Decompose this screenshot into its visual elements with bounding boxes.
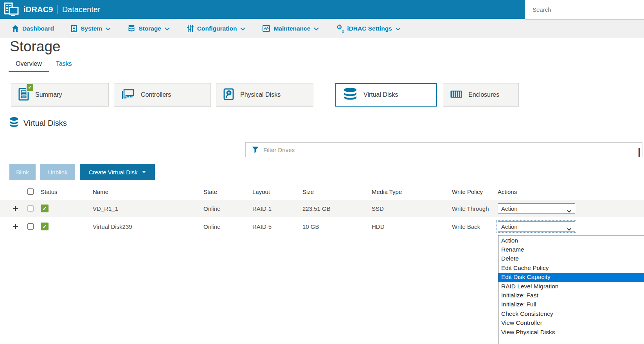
menu-option-action[interactable]: Action [498, 236, 644, 245]
menu-option-initialize-full[interactable]: Initialize: Full [498, 300, 644, 309]
product-edition: Datacenter [62, 5, 101, 14]
search-input[interactable] [525, 0, 644, 19]
chevron-down-icon [396, 27, 401, 31]
virtual-disks-section-icon [9, 117, 19, 129]
vd-layout: RAID-5 [252, 223, 302, 230]
maintenance-icon [263, 25, 270, 32]
vd-size: 10 GB [302, 223, 372, 230]
storage-category-cards: Summary Controllers [11, 83, 519, 107]
card-enclosures[interactable]: Enclosures [443, 83, 519, 107]
section-divider [0, 137, 644, 137]
virtual-disk-icon [343, 88, 357, 102]
col-write-policy: Write Policy [452, 188, 498, 195]
filter-funnel-icon [252, 147, 259, 153]
tab-overview[interactable]: Overview [9, 58, 49, 72]
filter-drives-box [245, 142, 642, 157]
action-select[interactable]: Action [498, 203, 575, 214]
menu-option-edit-disk-capacity[interactable]: Edit Disk Capacity [498, 273, 644, 282]
controller-card-icon [121, 89, 135, 101]
product-name: iDRAC9 [23, 5, 53, 14]
expand-row-button[interactable]: + [13, 202, 18, 214]
col-status: Status [41, 188, 93, 195]
menu-option-rename[interactable]: Rename [498, 245, 644, 254]
tab-tasks[interactable]: Tasks [49, 58, 79, 72]
sliders-icon [187, 25, 194, 32]
menu-option-initialize-fast[interactable]: Initialize: Fast [498, 291, 644, 300]
row-checkbox [27, 205, 34, 212]
col-state: State [203, 188, 252, 195]
brand-divider [58, 5, 58, 14]
unblink-button: Unblink [40, 164, 75, 180]
chevron-down-icon [567, 207, 571, 214]
blink-button: Blink [9, 164, 36, 180]
col-actions: Actions [498, 188, 644, 195]
main-nav: Dashboard System Storage [0, 19, 644, 38]
col-layout: Layout [252, 188, 302, 195]
vd-name: Virtual Disk239 [93, 223, 203, 230]
nav-item-idrac-settings[interactable]: ⚙⚙ iDRAC Settings [336, 25, 401, 32]
menu-option-view-physical-disks[interactable]: View Physical Disks [498, 328, 644, 337]
chevron-down-icon [240, 27, 245, 31]
chevron-down-icon [567, 225, 571, 232]
enclosure-icon [450, 91, 462, 100]
nav-item-storage[interactable]: Storage [128, 25, 170, 32]
chevron-down-icon [165, 27, 170, 31]
vd-media-type: SSD [372, 205, 452, 212]
vd-media-type: HDD [372, 223, 452, 230]
menu-option-check-consistency[interactable]: Check Consistency [498, 309, 644, 318]
card-controllers[interactable]: Controllers [114, 83, 211, 107]
tab-bar: Overview Tasks [9, 58, 79, 72]
system-icon [71, 25, 77, 32]
table-header: Status Name State Layout Size Media Type… [0, 183, 644, 200]
page-title: Storage [10, 38, 61, 55]
vd-name: VD_R1_1 [93, 205, 203, 212]
section-header: Virtual Disks [9, 117, 67, 129]
chevron-down-icon [106, 27, 111, 31]
col-size: Size [302, 188, 372, 195]
table-row: + Virtual Disk239 Online RAID-5 10 GB HD… [0, 217, 644, 236]
brand: iDRAC9 Datacenter [4, 0, 101, 19]
vd-write-policy: Write Through [452, 205, 498, 212]
chevron-down-icon [314, 27, 319, 31]
select-all-checkbox[interactable] [27, 188, 34, 195]
status-ok-badge [41, 205, 49, 212]
section-title: Virtual Disks [23, 119, 67, 128]
menu-option-edit-cache-policy[interactable]: Edit Cache Policy [498, 263, 644, 272]
create-virtual-disk-button[interactable]: Create Virtual Disk [80, 164, 155, 180]
vd-size: 223.51 GB [302, 205, 372, 212]
vd-state: Online [203, 205, 252, 212]
text-cursor-artifact [639, 148, 640, 157]
home-icon [12, 25, 19, 32]
menu-option-raid-level-migration[interactable]: RAID Level Migration [498, 282, 644, 291]
action-dropdown-menu: Action Rename Delete Edit Cache Policy E… [498, 235, 644, 344]
gears-icon: ⚙⚙ [336, 25, 344, 32]
nav-item-system[interactable]: System [71, 25, 111, 32]
vd-write-policy: Write Back [452, 223, 498, 230]
storage-icon [128, 25, 135, 32]
summary-ok-badge [27, 84, 33, 91]
menu-option-view-controller[interactable]: View Controller [498, 319, 644, 328]
vd-layout: RAID-1 [252, 205, 302, 212]
table-toolbar: Blink Unblink Create Virtual Disk [9, 164, 155, 180]
nav-item-configuration[interactable]: Configuration [187, 25, 246, 32]
idrac-logo-icon [4, 2, 19, 17]
idrac-app: iDRAC9 Datacenter Dashboard System [0, 0, 644, 344]
card-virtual-disks[interactable]: Virtual Disks [335, 83, 437, 107]
card-summary[interactable]: Summary [11, 83, 109, 107]
search-box [525, 0, 644, 20]
expand-row-button[interactable]: + [13, 220, 18, 232]
table-row: + VD_R1_1 Online RAID-1 223.51 GB SSD Wr… [0, 200, 644, 217]
filter-drives-input[interactable] [263, 143, 642, 157]
physical-disk-icon [223, 88, 234, 102]
status-ok-badge [41, 223, 49, 230]
vd-state: Online [203, 223, 252, 230]
nav-item-dashboard[interactable]: Dashboard [12, 25, 54, 32]
row-checkbox[interactable] [27, 223, 34, 230]
col-media-type: Media Type [372, 188, 452, 195]
menu-option-delete[interactable]: Delete [498, 254, 644, 263]
nav-item-maintenance[interactable]: Maintenance [263, 25, 319, 32]
col-name: Name [93, 188, 203, 195]
action-select-open[interactable]: Action [498, 221, 575, 232]
caret-down-icon [142, 171, 146, 173]
card-physical-disks[interactable]: Physical Disks [216, 83, 313, 107]
